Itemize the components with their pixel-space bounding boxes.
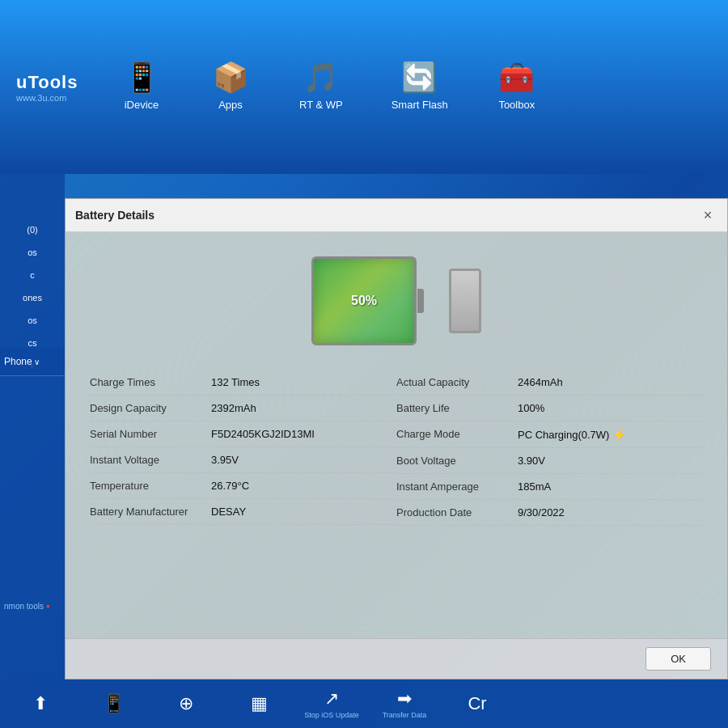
iphone-taskbar-icon: 📱: [103, 693, 125, 714]
info-row: Serial Number F5D2405KGJ2ID13MI: [90, 421, 396, 447]
dialog-titlebar: Battery Details ×: [66, 199, 727, 232]
info-label: Battery Manufacturer: [90, 506, 211, 518]
back-taskbar-icon: ⬆: [33, 693, 48, 714]
brand-url: www.3u.com: [16, 93, 81, 103]
info-value: 3.90V: [518, 455, 545, 467]
info-row: Design Capacity 2392mAh: [90, 396, 396, 421]
info-row: Production Date 9/30/2022: [396, 500, 703, 526]
info-row: Boot Voltage 3.90V: [396, 448, 703, 474]
info-value: DESAY: [211, 506, 246, 518]
idevice-icon: 📱: [124, 63, 160, 92]
brand-name: uTools: [16, 72, 81, 93]
apps-label: Apps: [218, 99, 243, 111]
info-col-right: Actual Capacity 2464mAh Battery Life 100…: [396, 370, 703, 526]
taskbar-item-cr[interactable]: Cr: [445, 684, 510, 724]
info-value: 9/30/2022: [518, 506, 565, 518]
info-row: Battery Life 100%: [396, 396, 703, 421]
sidebar-item[interactable]: os: [0, 309, 65, 332]
plus-taskbar-icon: ⊕: [179, 693, 193, 714]
taskbar: ⬆ 📱 ⊕ ▦ ↗ Stop iOS Update ➡ Transfer Dat…: [0, 679, 728, 728]
battery-visual-area: 50%: [90, 248, 703, 345]
stopupdate-taskbar-icon: ↗: [324, 688, 339, 709]
toolbar-nav: 📱 iDevice 📦 Apps 🎵 RT & WP 🔄 Smart Flash…: [97, 0, 728, 174]
phone-label-text: Phone: [4, 356, 32, 367]
info-label: Boot Voltage: [396, 455, 518, 467]
transfer-taskbar-label: Transfer Data: [383, 711, 427, 719]
nav-item-smartflash[interactable]: 🔄 Smart Flash: [367, 0, 472, 174]
smartflash-icon: 🔄: [401, 63, 438, 92]
toolbox-label: Toolbox: [498, 99, 535, 111]
nav-item-idevice[interactable]: 📱 iDevice: [97, 0, 186, 174]
nav-item-apps[interactable]: 📦 Apps: [186, 0, 275, 174]
info-value: 185mA: [518, 480, 551, 493]
dialog-title: Battery Details: [75, 209, 154, 222]
phone-chevron: ∨: [34, 358, 40, 366]
taskbar-item-plus[interactable]: ⊕: [154, 684, 218, 724]
nav-item-rtwp[interactable]: 🎵 RT & WP: [275, 0, 367, 174]
taskbar-item-transfer[interactable]: ➡ Transfer Data: [372, 684, 437, 724]
dialog-close-button[interactable]: ×: [698, 205, 717, 225]
info-col-left: Charge Times 132 Times Design Capacity 2…: [90, 370, 396, 526]
info-label: Serial Number: [90, 428, 211, 440]
charge-icon: ⚡: [612, 428, 626, 441]
info-grid: Charge Times 132 Times Design Capacity 2…: [90, 370, 703, 526]
idevice-label: iDevice: [125, 99, 159, 111]
toolbox-icon: 🧰: [498, 63, 535, 92]
taskbar-item-iphone[interactable]: 📱: [81, 684, 146, 724]
info-label: Charge Times: [90, 376, 211, 388]
dialog-content: 50% Charge Times 132 Times Design Capaci…: [66, 232, 727, 638]
taskbar-item-stopupdate[interactable]: ↗ Stop iOS Update: [299, 684, 364, 724]
sidebar-item[interactable]: ones: [0, 286, 65, 309]
info-value: F5D2405KGJ2ID13MI: [211, 428, 315, 440]
sidebar: Phone ∨ (0)osconesoscsk nmon tools●: [0, 174, 65, 679]
transfer-taskbar-icon: ➡: [397, 688, 412, 709]
tiles-taskbar-icon: ▦: [251, 693, 268, 714]
ok-button[interactable]: OK: [645, 647, 711, 671]
sidebar-item[interactable]: (0): [0, 218, 65, 241]
nav-item-toolbox[interactable]: 🧰 Toolbox: [472, 0, 561, 174]
dialog-body: 50% Charge Times 132 Times Design Capaci…: [66, 232, 727, 638]
common-tools-label: nmon tools●: [0, 598, 65, 615]
info-value: 26.79°C: [211, 480, 249, 492]
stopupdate-taskbar-label: Stop iOS Update: [304, 711, 359, 719]
dialog-footer: OK: [66, 638, 727, 679]
info-label: Actual Capacity: [396, 376, 518, 388]
sidebar-item[interactable]: c: [0, 264, 65, 286]
info-label: Instant Voltage: [90, 454, 211, 466]
toolbar: uTools www.3u.com 📱 iDevice 📦 Apps 🎵 RT …: [0, 0, 728, 174]
info-label: Battery Life: [396, 402, 518, 414]
info-label: Instant Amperage: [396, 480, 518, 493]
smartflash-label: Smart Flash: [392, 99, 448, 111]
info-value: 132 Times: [211, 376, 260, 388]
info-row: Instant Voltage 3.95V: [90, 447, 396, 473]
info-label: Temperature: [90, 480, 211, 492]
phone-label[interactable]: Phone ∨: [0, 348, 65, 376]
info-label: Production Date: [396, 506, 518, 518]
info-row: Charge Times 132 Times: [90, 370, 396, 396]
taskbar-item-back[interactable]: ⬆: [8, 684, 73, 724]
info-row: Instant Amperage 185mA: [396, 474, 703, 500]
info-value: 3.95V: [211, 454, 239, 466]
taskbar-item-tiles[interactable]: ▦: [226, 684, 291, 724]
info-value: 100%: [518, 402, 544, 414]
brand-area: uTools www.3u.com: [0, 72, 97, 103]
battery-icon-side: [449, 269, 481, 333]
battery-dialog: Battery Details × 50% Charge Times 132 T…: [65, 198, 728, 679]
sidebar-item[interactable]: os: [0, 241, 65, 264]
info-label: Design Capacity: [90, 402, 211, 414]
apps-icon: 📦: [213, 63, 249, 92]
info-row: Battery Manufacturer DESAY: [90, 499, 396, 525]
common-tools-text: nmon tools: [4, 602, 44, 611]
info-row: Temperature 26.79°C: [90, 473, 396, 499]
rtwp-label: RT & WP: [299, 99, 343, 111]
info-label: Charge Mode: [396, 428, 518, 440]
info-row: Charge Mode PC Charging(0.7W)⚡: [396, 421, 703, 448]
common-tools-dot: ●: [46, 603, 50, 610]
cr-taskbar-icon: Cr: [468, 693, 486, 714]
battery-percent-label: 50%: [351, 294, 377, 308]
battery-icon-main: 50%: [311, 256, 417, 345]
info-value: 2464mAh: [518, 376, 563, 388]
info-value: PC Charging(0.7W)⚡: [518, 428, 626, 441]
info-row: Actual Capacity 2464mAh: [396, 370, 703, 396]
rtwp-icon: 🎵: [303, 63, 339, 92]
